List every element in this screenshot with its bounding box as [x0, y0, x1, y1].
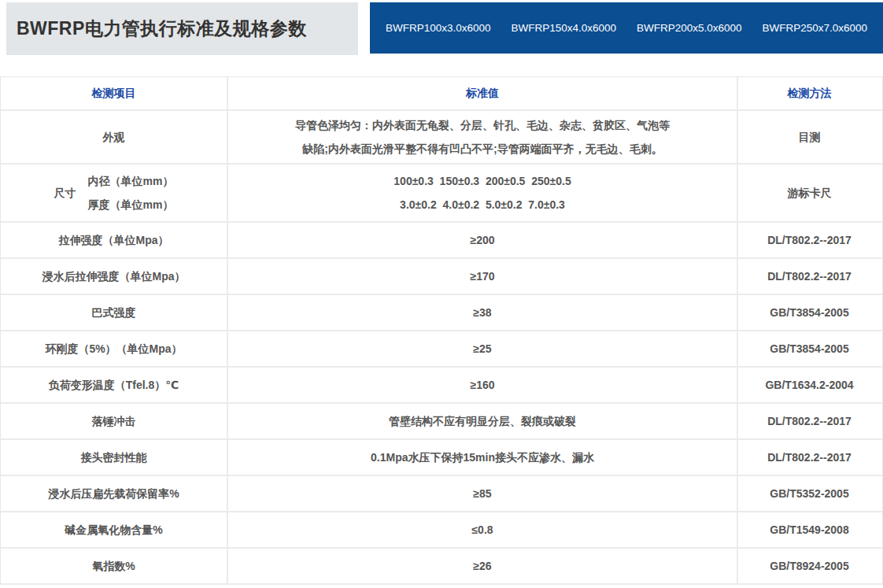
cell-method: DL/T802.2--2017 — [738, 440, 881, 475]
cell-method: DL/T802.2--2017 — [738, 259, 881, 294]
cell-method: GB/T3854-2005 — [738, 331, 881, 366]
table-row: 环刚度（5%）（单位Mpa） ≥25 GB/T3854-2005 — [1, 331, 882, 368]
cell-value: ≥25 — [228, 331, 738, 366]
cell-item: 落锤冲击 — [1, 404, 228, 438]
table-row: 碱金属氧化物含量% ≤0.8 GB/T1549-2008 — [1, 512, 882, 549]
cell-method: 游标卡尺 — [738, 165, 881, 221]
spec-table: 检测项目 标准值 检测方法 外观 导管色泽均匀：内外表面无龟裂、分层、针孔、毛边… — [0, 76, 883, 585]
cell-value: 管壁结构不应有明显分层、裂痕或破裂 — [228, 404, 738, 438]
cell-item: 浸水后压扁先载荷保留率% — [1, 476, 228, 511]
cell-value: ≥85 — [228, 476, 738, 511]
cell-value: ≥38 — [228, 295, 738, 330]
cell-item: 碱金属氧化物含量% — [1, 512, 228, 547]
cell-item: 氧指数% — [1, 549, 228, 583]
cell-value: ≥200 — [228, 223, 738, 257]
table-row: 负荷变形温度（Tfel.8）℃ ≥160 GB/T1634.2-2004 — [1, 368, 882, 404]
size-sub-item: 内径（单位mm） — [88, 169, 174, 193]
product-tab[interactable]: BWFRP100x3.0x6000 — [386, 22, 491, 34]
cell-value: 100±0.3 150±0.3 200±0.5 250±0.5 3.0±0.2 … — [228, 165, 738, 221]
value-line: 3.0±0.2 4.0±0.2 5.0±0.2 7.0±0.3 — [400, 193, 565, 216]
cell-value: ≥26 — [228, 549, 738, 583]
product-tab[interactable]: BWFRP200x5.0x6000 — [637, 22, 742, 34]
table-header-row: 检测项目 标准值 检测方法 — [1, 77, 882, 111]
table-row: 外观 导管色泽均匀：内外表面无龟裂、分层、针孔、毛边、杂志、贫胶区、气泡等 缺陷… — [1, 111, 882, 165]
cell-item: 外观 — [1, 111, 228, 163]
cell-item: 接头密封性能 — [1, 440, 228, 475]
value-line: 缺陷;内外表面光滑平整不得有凹凸不平;导管两端面平齐，无毛边、毛刺。 — [302, 137, 662, 161]
value-line: 100±0.3 150±0.3 200±0.5 250±0.5 — [393, 169, 571, 193]
table-row: 落锤冲击 管壁结构不应有明显分层、裂痕或破裂 DL/T802.2--2017 — [1, 404, 882, 440]
column-header-item: 检测项目 — [1, 77, 228, 109]
value-line: 导管色泽均匀：内外表面无龟裂、分层、针孔、毛边、杂志、贫胶区、气泡等 — [295, 113, 670, 137]
column-header-method: 检测方法 — [738, 77, 881, 109]
size-label: 尺寸 — [54, 184, 76, 202]
cell-value: 导管色泽均匀：内外表面无龟裂、分层、针孔、毛边、杂志、贫胶区、气泡等 缺陷;内外… — [228, 111, 738, 163]
column-header-value: 标准值 — [228, 77, 738, 109]
table-row: 巴式强度 ≥38 GB/T3854-2005 — [1, 295, 882, 331]
cell-item: 环刚度（5%）（单位Mpa） — [1, 331, 228, 366]
cell-method: GB/T1634.2-2004 — [738, 368, 881, 402]
cell-method: DL/T802.2--2017 — [738, 404, 881, 438]
cell-value: ≤0.8 — [228, 512, 738, 547]
cell-method: GB/T1549-2008 — [738, 512, 881, 547]
cell-method: 目测 — [738, 111, 881, 163]
cell-item: 拉伸强度（单位Mpa） — [1, 223, 228, 257]
product-tab[interactable]: BWFRP150x4.0x6000 — [511, 22, 616, 34]
cell-item: 负荷变形温度（Tfel.8）℃ — [1, 368, 228, 402]
cell-value: ≥170 — [228, 259, 738, 294]
table-row: 尺寸 内径（单位mm） 厚度（单位mm） 100±0.3 150±0.3 200… — [1, 165, 882, 223]
page-title: BWFRP电力管执行标准及规格参数 — [17, 17, 307, 41]
product-tabs: BWFRP100x3.0x6000 BWFRP150x4.0x6000 BWFR… — [370, 2, 883, 54]
cell-method: GB/T3854-2005 — [738, 295, 881, 330]
table-row: 接头密封性能 0.1Mpa水压下保持15min接头不应渗水、漏水 DL/T802… — [1, 440, 882, 476]
table-row: 拉伸强度（单位Mpa） ≥200 DL/T802.2--2017 — [1, 223, 882, 259]
top-bar: BWFRP电力管执行标准及规格参数 BWFRP100x3.0x6000 BWFR… — [0, 2, 883, 55]
cell-value: ≥160 — [228, 368, 738, 402]
table-row: 浸水后压扁先载荷保留率% ≥85 GB/T5352-2005 — [1, 476, 882, 512]
cell-method: GB/T8924-2005 — [738, 549, 881, 583]
cell-method: GB/T5352-2005 — [738, 476, 881, 511]
cell-method: DL/T802.2--2017 — [738, 223, 881, 257]
size-sub-item: 厚度（单位mm） — [88, 193, 174, 216]
product-tab[interactable]: BWFRP250x7.0x6000 — [762, 22, 867, 34]
table-row: 氧指数% ≥26 GB/T8924-2005 — [1, 549, 882, 585]
title-box: BWFRP电力管执行标准及规格参数 — [6, 2, 358, 55]
cell-value: 0.1Mpa水压下保持15min接头不应渗水、漏水 — [228, 440, 738, 475]
cell-item: 尺寸 内径（单位mm） 厚度（单位mm） — [1, 165, 228, 221]
cell-item: 巴式强度 — [1, 295, 228, 330]
table-row: 浸水后拉伸强度（单位Mpa） ≥170 DL/T802.2--2017 — [1, 259, 882, 295]
cell-item: 浸水后拉伸强度（单位Mpa） — [1, 259, 228, 294]
